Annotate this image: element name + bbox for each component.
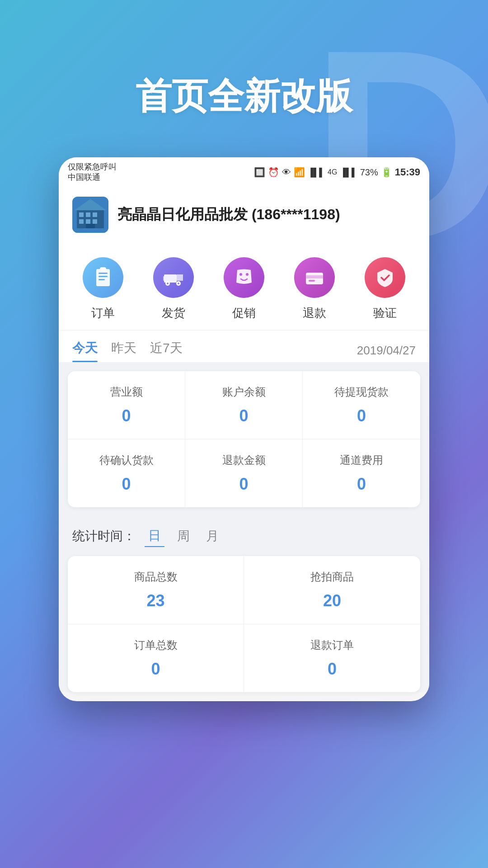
stat-product-total-label: 商品总数 [77, 570, 235, 584]
stat-pending-withdraw-label: 待提现货款 [312, 385, 411, 399]
svg-rect-12 [99, 276, 108, 277]
shop-name: 亮晶晶日化用品批发 (186****1198) [117, 205, 340, 225]
tab-yesterday[interactable]: 昨天 [111, 340, 136, 362]
wifi-icon: 📶 [294, 167, 305, 178]
order-label: 订单 [91, 305, 115, 321]
svg-rect-25 [306, 275, 323, 278]
refund-label: 退款 [303, 305, 326, 321]
svg-marker-16 [177, 274, 183, 281]
svg-rect-15 [164, 274, 177, 283]
tab-today[interactable]: 今天 [72, 340, 98, 362]
time-filter-week[interactable]: 周 [174, 526, 193, 547]
stat-flash-sale-label: 抢拍商品 [253, 570, 411, 584]
signal-icon2: ▐▌▌ [340, 168, 357, 177]
svg-rect-5 [79, 219, 84, 224]
tab-header: 今天 昨天 近7天 2019/04/27 [72, 340, 416, 362]
svg-rect-21 [163, 276, 165, 281]
svg-rect-6 [86, 219, 90, 224]
status-time: 15:39 [395, 166, 420, 178]
stat-product-total-value: 23 [77, 591, 235, 610]
action-promo[interactable]: 促销 [224, 257, 264, 321]
battery-icon: 🔋 [381, 167, 392, 178]
stats-card-2: 商品总数 23 抢拍商品 20 订单总数 0 退款订单 0 [68, 556, 420, 692]
svg-rect-13 [99, 279, 105, 280]
verify-icon-bg [365, 257, 405, 298]
stat-order-total: 订单总数 0 [68, 624, 244, 692]
stat-channel-fee-label: 通道费用 [312, 453, 411, 467]
app-content: 亮晶晶日化用品批发 (186****1198) 订单 [59, 186, 429, 692]
stats-grid-2: 商品总数 23 抢拍商品 20 订单总数 0 退款订单 0 [68, 556, 420, 692]
svg-rect-11 [99, 273, 108, 274]
tab-group: 今天 昨天 近7天 [72, 340, 183, 362]
stat-refund-order-label: 退款订单 [253, 638, 411, 652]
svg-rect-8 [86, 224, 95, 228]
sim-icon: 🔲 [254, 167, 265, 178]
stat-refund-amount-value: 0 [194, 475, 293, 494]
time-filter-day[interactable]: 日 [145, 525, 164, 547]
eye-icon: 👁 [282, 167, 291, 178]
action-delivery[interactable]: 发货 [153, 257, 194, 321]
svg-rect-26 [309, 280, 315, 282]
tab-section: 今天 昨天 近7天 2019/04/27 [59, 330, 429, 362]
emergency-text: 仅限紧急呼叫 [68, 162, 117, 172]
promo-label: 促销 [232, 305, 256, 321]
stat-refund-amount-label: 退款金额 [194, 453, 293, 467]
stat-flash-sale: 抢拍商品 20 [244, 556, 420, 624]
stat-order-total-value: 0 [77, 660, 235, 679]
stats-card-1: 营业额 0 账户余额 0 待提现货款 0 待确认货款 0 退款金额 0 [68, 371, 420, 507]
stat-pending-withdraw: 待提现货款 0 [303, 371, 420, 439]
svg-point-22 [239, 273, 242, 276]
svg-rect-14 [100, 267, 106, 271]
stat-channel-fee: 通道费用 0 [303, 439, 420, 507]
stat-revenue-value: 0 [77, 406, 176, 425]
verify-label: 验证 [373, 305, 397, 321]
status-left: 仅限紧急呼叫 中国联通 [68, 162, 117, 183]
quick-actions: 订单 发货 [59, 244, 429, 330]
action-refund[interactable]: 退款 [294, 257, 335, 321]
stat-revenue-label: 营业额 [77, 385, 176, 399]
tab-7days[interactable]: 近7天 [150, 340, 183, 362]
page-title: 首页全新改版 [0, 0, 488, 157]
stat-channel-fee-value: 0 [312, 475, 411, 494]
svg-point-18 [167, 283, 169, 284]
stats-grid-1: 营业额 0 账户余额 0 待提现货款 0 待确认货款 0 退款金额 0 [68, 371, 420, 507]
tab-date: 2019/04/27 [357, 344, 416, 358]
stat-pending-confirm-value: 0 [77, 475, 176, 494]
stat-balance: 账户余额 0 [185, 371, 303, 439]
action-order[interactable]: 订单 [83, 257, 123, 321]
stat-pending-confirm-label: 待确认货款 [77, 453, 176, 467]
action-verify[interactable]: 验证 [365, 257, 405, 321]
stat-refund-order-value: 0 [253, 660, 411, 679]
refund-icon-bg [294, 257, 335, 298]
battery-percent: 73% [360, 167, 378, 178]
delivery-label: 发货 [162, 305, 185, 321]
promo-icon-bg [224, 257, 264, 298]
svg-rect-4 [93, 212, 97, 217]
svg-point-23 [246, 273, 249, 276]
shop-avatar [72, 197, 108, 233]
delivery-icon-bg [153, 257, 194, 298]
time-filter: 统计时间： 日 周 月 [59, 516, 429, 552]
stat-product-total: 商品总数 23 [68, 556, 244, 624]
time-filter-month[interactable]: 月 [202, 526, 222, 547]
status-right: 🔲 ⏰ 👁 📶 ▐▌▌ 4G ▐▌▌ 73% 🔋 15:39 [254, 166, 420, 178]
carrier-text: 中国联通 [68, 172, 117, 183]
stat-refund-order: 退款订单 0 [244, 624, 420, 692]
phone-frame: 仅限紧急呼叫 中国联通 🔲 ⏰ 👁 📶 ▐▌▌ 4G ▐▌▌ 73% 🔋 15:… [59, 157, 429, 701]
stat-flash-sale-value: 20 [253, 591, 411, 610]
alarm-icon: ⏰ [268, 167, 279, 178]
stat-balance-label: 账户余额 [194, 385, 293, 399]
svg-rect-7 [93, 219, 97, 224]
stat-pending-withdraw-value: 0 [312, 406, 411, 425]
svg-point-20 [178, 283, 179, 284]
stat-revenue: 营业额 0 [68, 371, 185, 439]
stat-pending-confirm: 待确认货款 0 [68, 439, 185, 507]
avatar-inner [72, 197, 108, 233]
stat-refund-amount: 退款金额 0 [185, 439, 303, 507]
stat-balance-value: 0 [194, 406, 293, 425]
order-icon-bg [83, 257, 123, 298]
stat-order-total-label: 订单总数 [77, 638, 235, 652]
time-filter-label: 统计时间： [72, 528, 136, 545]
signal-icon: ▐▌▌ [308, 168, 325, 177]
svg-rect-2 [79, 212, 84, 217]
